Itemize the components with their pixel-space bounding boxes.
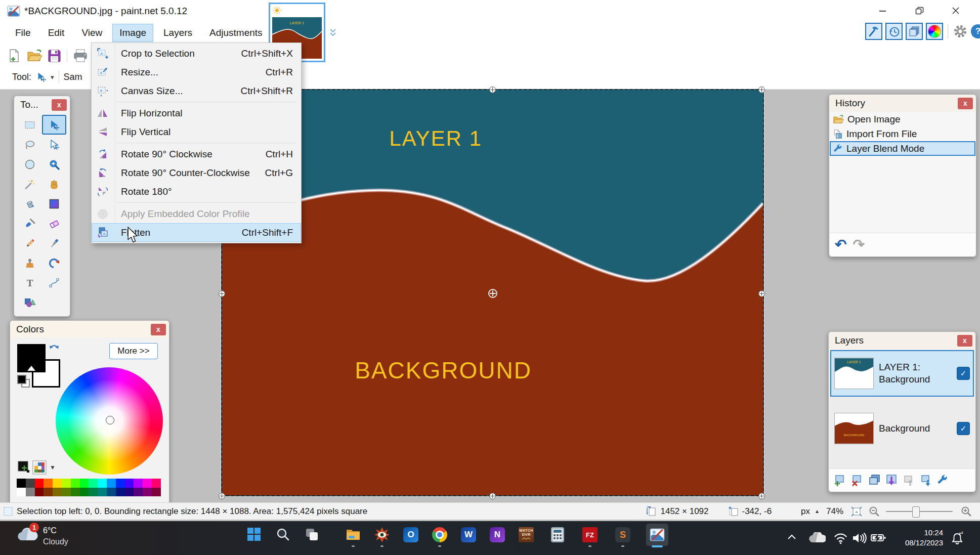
layer1-visibility-checkbox[interactable]: ✓ xyxy=(957,367,970,380)
word-button[interactable]: W xyxy=(461,527,476,542)
palette-swatch[interactable] xyxy=(71,479,80,488)
menu-file[interactable]: File xyxy=(8,24,38,42)
selection-handle-top-center[interactable] xyxy=(489,87,496,93)
image-canvas[interactable]: LAYER 1 BACKGROUND xyxy=(221,89,764,496)
tab-list-chevron-icon[interactable] xyxy=(329,27,337,37)
palette-swatch[interactable] xyxy=(152,488,161,497)
layers-panel-close-button[interactable]: x xyxy=(957,335,972,347)
palette-swatch[interactable] xyxy=(53,488,62,497)
history-item-open-image[interactable]: Open Image xyxy=(830,112,975,126)
close-button[interactable] xyxy=(943,2,968,19)
palette-swatch[interactable] xyxy=(89,488,98,497)
layers-panel-toggle[interactable] xyxy=(906,23,923,40)
history-item-import-from-file[interactable]: Import From File xyxy=(830,126,975,141)
menu-layers[interactable]: Layers xyxy=(156,24,199,42)
palette-swatch[interactable] xyxy=(116,488,125,497)
tools-panel-close-button[interactable]: x xyxy=(52,99,67,111)
zoom-slider-thumb[interactable] xyxy=(912,506,920,518)
sublime-text-button[interactable]: S xyxy=(615,527,630,542)
pan-tool[interactable] xyxy=(42,174,66,194)
delete-layer-button[interactable] xyxy=(850,474,864,487)
layer-row-background[interactable]: BACKGROUND Background ✓ xyxy=(830,405,974,452)
task-view-button[interactable] xyxy=(305,527,320,542)
text-tool[interactable]: T xyxy=(18,273,42,292)
menu-item-flip-horizontal[interactable]: Flip Horizontal xyxy=(92,104,301,122)
palette-swatch[interactable] xyxy=(134,488,143,497)
colors-panel-toggle[interactable] xyxy=(926,23,943,40)
weather-widget[interactable]: 1 6°C Cloudy xyxy=(17,525,68,547)
palette-swatch[interactable] xyxy=(62,479,71,488)
print-icon[interactable] xyxy=(73,49,88,63)
clone-stamp-tool[interactable] xyxy=(18,253,42,273)
units-dropdown[interactable]: px xyxy=(801,506,810,517)
palette-swatch[interactable] xyxy=(80,479,89,488)
palette-swatch[interactable] xyxy=(98,479,107,488)
move-layer-down-button[interactable] xyxy=(919,474,932,487)
palette-swatch[interactable] xyxy=(143,488,152,497)
calculator-button[interactable] xyxy=(550,527,566,542)
move-layer-up-button[interactable] xyxy=(902,474,915,487)
history-panel-toggle[interactable] xyxy=(885,23,903,40)
zoom-in-icon[interactable] xyxy=(961,506,972,517)
swap-colors-icon[interactable] xyxy=(49,343,60,354)
line-curve-tool[interactable] xyxy=(42,273,66,292)
add-to-palette-icon[interactable] xyxy=(17,460,30,474)
search-button[interactable] xyxy=(276,527,291,542)
tool-dropdown-caret[interactable]: ▾ xyxy=(51,73,54,81)
outlook-button[interactable]: O xyxy=(403,527,418,542)
palette-swatch[interactable] xyxy=(152,479,161,488)
ellipse-select-tool[interactable] xyxy=(18,154,42,174)
file-explorer-button[interactable] xyxy=(346,527,361,542)
menu-item-flatten[interactable]: FlattenCtrl+Shift+F xyxy=(92,223,301,242)
zoom-tool[interactable] xyxy=(42,154,66,174)
selection-handle-mid-left[interactable] xyxy=(219,290,225,297)
primary-color-swatch[interactable] xyxy=(17,344,46,372)
paintbrush-tool[interactable] xyxy=(18,214,42,233)
shapes-tool[interactable] xyxy=(18,292,42,312)
tools-panel-titlebar[interactable]: To... x xyxy=(14,96,70,113)
color-picker-tool[interactable] xyxy=(42,233,66,253)
palette-swatch[interactable] xyxy=(62,488,71,497)
menu-item-crop-to-selection[interactable]: Crop to SelectionCtrl+Shift+X xyxy=(92,44,301,63)
palette-swatch[interactable] xyxy=(71,488,80,497)
minimize-button[interactable] xyxy=(870,2,896,19)
chrome-button[interactable] xyxy=(432,527,447,542)
palette-menu-button[interactable]: ▼ xyxy=(32,460,56,475)
menu-item-rotate-90-counter-clockwise[interactable]: Rotate 90° Counter-ClockwiseCtrl+G xyxy=(92,163,301,182)
magic-wand-tool[interactable] xyxy=(18,174,42,194)
rectangle-select-tool[interactable] xyxy=(18,115,42,135)
onenote-button[interactable]: N xyxy=(490,527,505,542)
color-wheel[interactable] xyxy=(56,367,163,475)
selection-handle-top-right[interactable] xyxy=(758,87,765,93)
paintdotnet-taskbar-button[interactable] xyxy=(646,524,668,546)
recolor-tool[interactable] xyxy=(42,253,66,273)
color-wheel-cursor[interactable] xyxy=(106,416,114,424)
palette-swatch[interactable] xyxy=(107,479,116,488)
units-dropdown-caret[interactable]: ▲ xyxy=(815,508,820,514)
history-item-layer-blend-mode[interactable]: Layer Blend Mode xyxy=(830,141,975,156)
palette-swatch[interactable] xyxy=(125,488,134,497)
background-visibility-checkbox[interactable]: ✓ xyxy=(957,422,970,435)
save-file-icon[interactable] xyxy=(48,49,61,63)
menu-item-rotate-90-clockwise[interactable]: Rotate 90° ClockwiseCtrl+H xyxy=(92,145,301,163)
paint-bucket-tool[interactable] xyxy=(18,194,42,214)
notification-bell-icon[interactable]: zz xyxy=(950,531,964,545)
move-selection-tool[interactable] xyxy=(42,135,66,154)
volume-icon[interactable] xyxy=(852,532,867,544)
pencil-tool[interactable] xyxy=(18,233,42,253)
more-colors-button[interactable]: More >> xyxy=(109,343,158,359)
zoom-to-window-icon[interactable] xyxy=(850,506,863,517)
eraser-tool[interactable] xyxy=(42,214,66,233)
colors-panel-titlebar[interactable]: Colors x xyxy=(10,321,169,338)
palette-swatch[interactable] xyxy=(80,488,89,497)
selection-handle-bottom-left[interactable] xyxy=(219,493,225,499)
palette-swatch[interactable] xyxy=(44,488,53,497)
palette-swatch[interactable] xyxy=(35,488,44,497)
tray-chevron-up-icon[interactable] xyxy=(787,534,796,540)
menu-edit[interactable]: Edit xyxy=(41,24,72,42)
filezilla-button[interactable]: FZ xyxy=(582,527,598,542)
redo-button[interactable]: ↷ xyxy=(853,238,864,252)
move-selected-pixels-tool[interactable] xyxy=(42,115,66,135)
layer-row-layer1[interactable]: LAYER 1 LAYER 1: Background ✓ xyxy=(830,350,974,397)
clock-widget[interactable]: 10:24 08/12/2023 xyxy=(894,528,943,548)
